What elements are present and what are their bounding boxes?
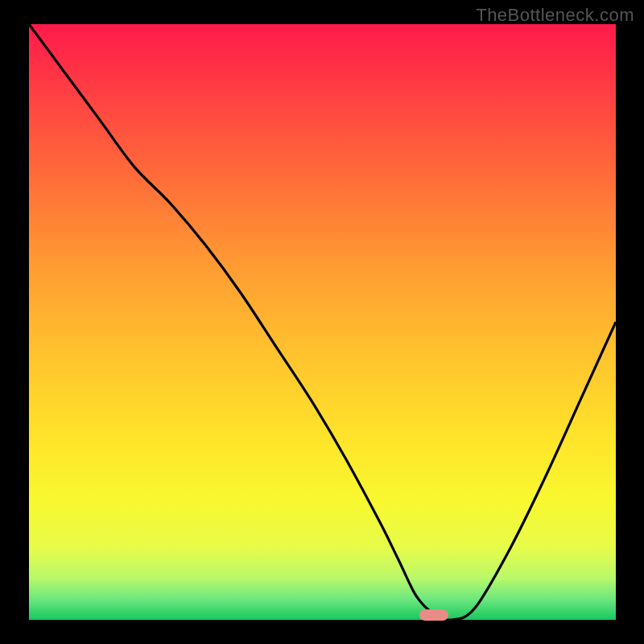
bottleneck-curve bbox=[29, 24, 616, 620]
curve-path bbox=[29, 24, 616, 620]
plot-area bbox=[29, 24, 616, 620]
optimal-marker bbox=[419, 609, 448, 621]
watermark-text: TheBottleneck.com bbox=[476, 5, 634, 26]
chart-frame: TheBottleneck.com bbox=[0, 0, 644, 644]
